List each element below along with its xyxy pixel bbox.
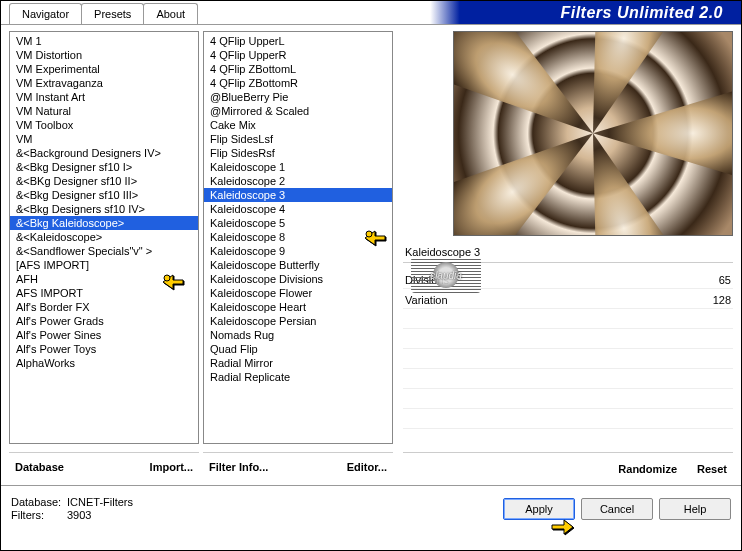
category-buttons: Database Import...: [9, 452, 199, 481]
list-item[interactable]: Flip SidesLsf: [204, 132, 392, 146]
database-button[interactable]: Database: [9, 457, 70, 477]
list-item[interactable]: Kaleidoscope 4: [204, 202, 392, 216]
status-db-label: Database:: [11, 496, 63, 508]
tab-navigator[interactable]: Navigator: [9, 3, 82, 24]
tab-presets[interactable]: Presets: [81, 3, 144, 24]
list-item[interactable]: Kaleidoscope 9: [204, 244, 392, 258]
param-row-empty: ..: [403, 311, 733, 329]
list-item[interactable]: Kaleidoscope 1: [204, 160, 392, 174]
list-item[interactable]: [AFS IMPORT]: [10, 258, 198, 272]
list-item[interactable]: VM Instant Art: [10, 90, 198, 104]
status-db-value: ICNET-Filters: [67, 496, 133, 508]
tab-strip: Navigator Presets About: [1, 2, 197, 23]
cancel-button[interactable]: Cancel: [581, 498, 653, 520]
category-list[interactable]: VM 1VM DistortionVM ExperimentalVM Extra…: [9, 31, 199, 444]
randomize-button[interactable]: Randomize: [612, 459, 683, 479]
list-item[interactable]: Alf's Power Grads: [10, 314, 198, 328]
list-item[interactable]: VM: [10, 132, 198, 146]
footer: Database: ICNET-Filters Filters: 3903 Ap…: [1, 485, 741, 531]
list-item[interactable]: Kaleidoscope Divisions: [204, 272, 392, 286]
category-column: VM 1VM DistortionVM ExperimentalVM Extra…: [9, 31, 199, 481]
reset-button[interactable]: Reset: [691, 459, 733, 479]
list-item[interactable]: &<Bkg Kaleidoscope>: [10, 216, 198, 230]
list-item[interactable]: Kaleidoscope 3: [204, 188, 392, 202]
list-item[interactable]: Alf's Power Toys: [10, 342, 198, 356]
list-item[interactable]: &<Background Designers IV>: [10, 146, 198, 160]
list-item[interactable]: AFS IMPORT: [10, 286, 198, 300]
list-item[interactable]: Alf's Power Sines: [10, 328, 198, 342]
list-item[interactable]: Kaleidoscope 5: [204, 216, 392, 230]
header: Navigator Presets About Filters Unlimite…: [1, 1, 741, 25]
preview-buttons: Randomize Reset: [403, 452, 733, 481]
list-item[interactable]: Nomads Rug: [204, 328, 392, 342]
list-item[interactable]: &<Bkg Designers sf10 IV>: [10, 202, 198, 216]
dialog-buttons: Apply Cancel Help: [503, 498, 731, 520]
param-row-empty: ..: [403, 331, 733, 349]
list-item[interactable]: Kaleidoscope Persian: [204, 314, 392, 328]
list-item[interactable]: Kaleidoscope Butterfly: [204, 258, 392, 272]
list-item[interactable]: AFH: [10, 272, 198, 286]
status-filters-value: 3903: [67, 509, 91, 521]
list-item[interactable]: VM Distortion: [10, 48, 198, 62]
list-item[interactable]: &<Bkg Designer sf10 I>: [10, 160, 198, 174]
import-button[interactable]: Import...: [144, 457, 199, 477]
watermark: claudia: [411, 257, 481, 293]
parameter-list: Divisions65Variation128............: [403, 271, 733, 429]
preview-image: [453, 31, 733, 236]
list-item[interactable]: Quad Flip: [204, 342, 392, 356]
list-item[interactable]: 4 QFlip UpperL: [204, 34, 392, 48]
list-item[interactable]: 4 QFlip ZBottomL: [204, 62, 392, 76]
list-item[interactable]: @Mirrored & Scaled: [204, 104, 392, 118]
list-item[interactable]: VM Toolbox: [10, 118, 198, 132]
app-title: Filters Unlimited 2.0: [560, 4, 723, 22]
list-item[interactable]: Cake Mix: [204, 118, 392, 132]
list-item[interactable]: Kaleidoscope 8: [204, 230, 392, 244]
list-item[interactable]: VM Natural: [10, 104, 198, 118]
list-item[interactable]: &<Kaleidoscope>: [10, 230, 198, 244]
filter-info-button[interactable]: Filter Info...: [203, 457, 274, 477]
list-item[interactable]: &<Sandflower Specials"v" >: [10, 244, 198, 258]
preview-column: Kaleidoscope 3 Divisions65Variation128..…: [397, 31, 733, 481]
list-item[interactable]: &<Bkg Designer sf10 III>: [10, 188, 198, 202]
param-row-empty: ..: [403, 411, 733, 429]
list-item[interactable]: Kaleidoscope Heart: [204, 300, 392, 314]
list-item[interactable]: Radial Mirror: [204, 356, 392, 370]
param-row-empty: ..: [403, 351, 733, 369]
list-item[interactable]: Kaleidoscope 2: [204, 174, 392, 188]
help-button[interactable]: Help: [659, 498, 731, 520]
list-item[interactable]: VM 1: [10, 34, 198, 48]
list-item[interactable]: VM Experimental: [10, 62, 198, 76]
list-item[interactable]: Radial Replicate: [204, 370, 392, 384]
list-item[interactable]: Alf's Border FX: [10, 300, 198, 314]
param-row[interactable]: Variation128: [403, 291, 733, 309]
apply-button[interactable]: Apply: [503, 498, 575, 520]
filter-column: 4 QFlip UpperL4 QFlip UpperR4 QFlip ZBot…: [203, 31, 393, 481]
list-item[interactable]: Flip SidesRsf: [204, 146, 392, 160]
editor-button[interactable]: Editor...: [341, 457, 393, 477]
main-body: VM 1VM DistortionVM ExperimentalVM Extra…: [1, 25, 741, 485]
param-value: 128: [713, 294, 731, 306]
filter-list[interactable]: 4 QFlip UpperL4 QFlip UpperR4 QFlip ZBot…: [203, 31, 393, 444]
list-item[interactable]: VM Extravaganza: [10, 76, 198, 90]
param-row-empty: ..: [403, 391, 733, 409]
list-item[interactable]: AlphaWorks: [10, 356, 198, 370]
filter-buttons: Filter Info... Editor...: [203, 452, 393, 481]
list-item[interactable]: 4 QFlip UpperR: [204, 48, 392, 62]
status-area: Database: ICNET-Filters Filters: 3903: [11, 496, 133, 521]
list-item[interactable]: Kaleidoscope Flower: [204, 286, 392, 300]
param-row-empty: ..: [403, 371, 733, 389]
list-item[interactable]: 4 QFlip ZBottomR: [204, 76, 392, 90]
list-item[interactable]: @BlueBerry Pie: [204, 90, 392, 104]
list-item[interactable]: &<BKg Designer sf10 II>: [10, 174, 198, 188]
param-name: Variation: [405, 294, 448, 306]
tab-about[interactable]: About: [143, 3, 198, 24]
param-value: 65: [719, 274, 731, 286]
status-filters-label: Filters:: [11, 509, 63, 521]
